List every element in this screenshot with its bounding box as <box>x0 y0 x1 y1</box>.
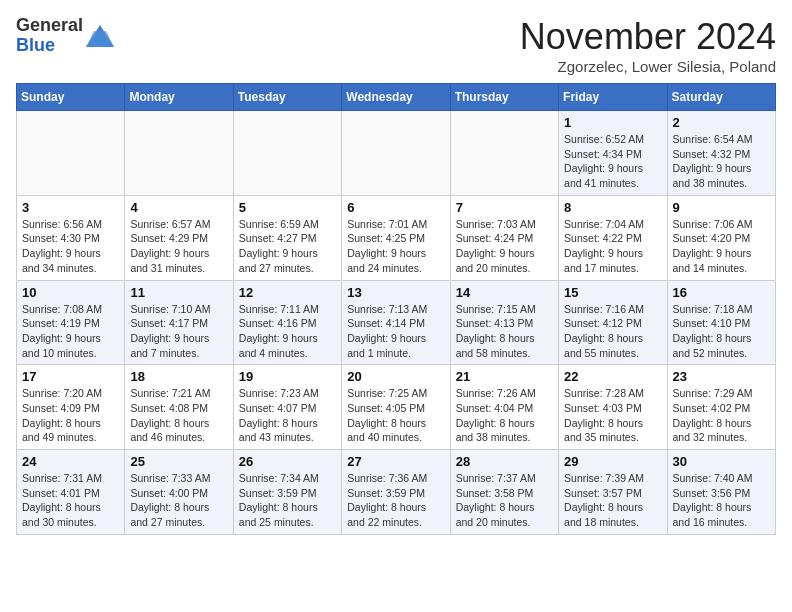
day-number: 15 <box>564 285 661 300</box>
weekday-header: Monday <box>125 84 233 111</box>
calendar-cell: 22Sunrise: 7:28 AM Sunset: 4:03 PM Dayli… <box>559 365 667 450</box>
day-number: 16 <box>673 285 770 300</box>
calendar-cell: 13Sunrise: 7:13 AM Sunset: 4:14 PM Dayli… <box>342 280 450 365</box>
weekday-header-row: SundayMondayTuesdayWednesdayThursdayFrid… <box>17 84 776 111</box>
day-number: 14 <box>456 285 553 300</box>
day-number: 9 <box>673 200 770 215</box>
calendar-table: SundayMondayTuesdayWednesdayThursdayFrid… <box>16 83 776 535</box>
calendar-cell: 15Sunrise: 7:16 AM Sunset: 4:12 PM Dayli… <box>559 280 667 365</box>
location: Zgorzelec, Lower Silesia, Poland <box>520 58 776 75</box>
calendar-cell: 19Sunrise: 7:23 AM Sunset: 4:07 PM Dayli… <box>233 365 341 450</box>
day-info: Sunrise: 7:28 AM Sunset: 4:03 PM Dayligh… <box>564 386 661 445</box>
day-info: Sunrise: 7:25 AM Sunset: 4:05 PM Dayligh… <box>347 386 444 445</box>
calendar-week-row: 24Sunrise: 7:31 AM Sunset: 4:01 PM Dayli… <box>17 450 776 535</box>
day-number: 13 <box>347 285 444 300</box>
svg-marker-1 <box>86 31 114 47</box>
day-number: 8 <box>564 200 661 215</box>
day-info: Sunrise: 7:18 AM Sunset: 4:10 PM Dayligh… <box>673 302 770 361</box>
day-number: 12 <box>239 285 336 300</box>
weekday-header: Sunday <box>17 84 125 111</box>
day-number: 28 <box>456 454 553 469</box>
day-info: Sunrise: 7:04 AM Sunset: 4:22 PM Dayligh… <box>564 217 661 276</box>
calendar-cell: 18Sunrise: 7:21 AM Sunset: 4:08 PM Dayli… <box>125 365 233 450</box>
day-info: Sunrise: 6:52 AM Sunset: 4:34 PM Dayligh… <box>564 132 661 191</box>
day-info: Sunrise: 7:21 AM Sunset: 4:08 PM Dayligh… <box>130 386 227 445</box>
day-info: Sunrise: 7:23 AM Sunset: 4:07 PM Dayligh… <box>239 386 336 445</box>
weekday-header: Saturday <box>667 84 775 111</box>
day-info: Sunrise: 7:39 AM Sunset: 3:57 PM Dayligh… <box>564 471 661 530</box>
calendar-cell <box>125 111 233 196</box>
day-info: Sunrise: 7:16 AM Sunset: 4:12 PM Dayligh… <box>564 302 661 361</box>
calendar-cell: 20Sunrise: 7:25 AM Sunset: 4:05 PM Dayli… <box>342 365 450 450</box>
calendar-cell: 21Sunrise: 7:26 AM Sunset: 4:04 PM Dayli… <box>450 365 558 450</box>
calendar-cell: 8Sunrise: 7:04 AM Sunset: 4:22 PM Daylig… <box>559 195 667 280</box>
calendar-cell: 14Sunrise: 7:15 AM Sunset: 4:13 PM Dayli… <box>450 280 558 365</box>
day-number: 21 <box>456 369 553 384</box>
weekday-header: Wednesday <box>342 84 450 111</box>
calendar-cell <box>450 111 558 196</box>
weekday-header: Friday <box>559 84 667 111</box>
logo-general: General <box>16 15 83 35</box>
calendar-cell: 5Sunrise: 6:59 AM Sunset: 4:27 PM Daylig… <box>233 195 341 280</box>
day-info: Sunrise: 7:37 AM Sunset: 3:58 PM Dayligh… <box>456 471 553 530</box>
calendar-cell: 16Sunrise: 7:18 AM Sunset: 4:10 PM Dayli… <box>667 280 775 365</box>
calendar-cell: 24Sunrise: 7:31 AM Sunset: 4:01 PM Dayli… <box>17 450 125 535</box>
calendar-cell: 7Sunrise: 7:03 AM Sunset: 4:24 PM Daylig… <box>450 195 558 280</box>
calendar-cell: 6Sunrise: 7:01 AM Sunset: 4:25 PM Daylig… <box>342 195 450 280</box>
calendar-cell <box>342 111 450 196</box>
day-info: Sunrise: 7:36 AM Sunset: 3:59 PM Dayligh… <box>347 471 444 530</box>
day-info: Sunrise: 7:34 AM Sunset: 3:59 PM Dayligh… <box>239 471 336 530</box>
day-number: 27 <box>347 454 444 469</box>
calendar-week-row: 1Sunrise: 6:52 AM Sunset: 4:34 PM Daylig… <box>17 111 776 196</box>
calendar-cell <box>17 111 125 196</box>
calendar-cell: 17Sunrise: 7:20 AM Sunset: 4:09 PM Dayli… <box>17 365 125 450</box>
calendar-cell: 11Sunrise: 7:10 AM Sunset: 4:17 PM Dayli… <box>125 280 233 365</box>
weekday-header: Thursday <box>450 84 558 111</box>
header: General Blue November 2024 Zgorzelec, Lo… <box>16 16 776 75</box>
calendar-cell: 28Sunrise: 7:37 AM Sunset: 3:58 PM Dayli… <box>450 450 558 535</box>
day-info: Sunrise: 6:57 AM Sunset: 4:29 PM Dayligh… <box>130 217 227 276</box>
day-number: 25 <box>130 454 227 469</box>
logo-icon <box>86 25 114 47</box>
day-number: 5 <box>239 200 336 215</box>
calendar-cell: 30Sunrise: 7:40 AM Sunset: 3:56 PM Dayli… <box>667 450 775 535</box>
title-area: November 2024 Zgorzelec, Lower Silesia, … <box>520 16 776 75</box>
day-number: 30 <box>673 454 770 469</box>
day-number: 22 <box>564 369 661 384</box>
day-number: 18 <box>130 369 227 384</box>
day-number: 7 <box>456 200 553 215</box>
calendar-cell: 3Sunrise: 6:56 AM Sunset: 4:30 PM Daylig… <box>17 195 125 280</box>
day-number: 2 <box>673 115 770 130</box>
day-number: 3 <box>22 200 119 215</box>
day-info: Sunrise: 7:10 AM Sunset: 4:17 PM Dayligh… <box>130 302 227 361</box>
calendar-cell: 1Sunrise: 6:52 AM Sunset: 4:34 PM Daylig… <box>559 111 667 196</box>
day-info: Sunrise: 7:13 AM Sunset: 4:14 PM Dayligh… <box>347 302 444 361</box>
day-info: Sunrise: 7:06 AM Sunset: 4:20 PM Dayligh… <box>673 217 770 276</box>
day-number: 1 <box>564 115 661 130</box>
day-number: 29 <box>564 454 661 469</box>
day-info: Sunrise: 7:11 AM Sunset: 4:16 PM Dayligh… <box>239 302 336 361</box>
day-number: 10 <box>22 285 119 300</box>
month-title: November 2024 <box>520 16 776 58</box>
day-info: Sunrise: 7:15 AM Sunset: 4:13 PM Dayligh… <box>456 302 553 361</box>
calendar-cell: 26Sunrise: 7:34 AM Sunset: 3:59 PM Dayli… <box>233 450 341 535</box>
day-number: 23 <box>673 369 770 384</box>
day-info: Sunrise: 7:08 AM Sunset: 4:19 PM Dayligh… <box>22 302 119 361</box>
calendar-week-row: 10Sunrise: 7:08 AM Sunset: 4:19 PM Dayli… <box>17 280 776 365</box>
logo: General Blue <box>16 16 114 56</box>
day-info: Sunrise: 7:26 AM Sunset: 4:04 PM Dayligh… <box>456 386 553 445</box>
logo-blue: Blue <box>16 35 55 55</box>
day-number: 19 <box>239 369 336 384</box>
day-number: 26 <box>239 454 336 469</box>
day-info: Sunrise: 7:33 AM Sunset: 4:00 PM Dayligh… <box>130 471 227 530</box>
calendar-cell: 9Sunrise: 7:06 AM Sunset: 4:20 PM Daylig… <box>667 195 775 280</box>
day-info: Sunrise: 7:31 AM Sunset: 4:01 PM Dayligh… <box>22 471 119 530</box>
weekday-header: Tuesday <box>233 84 341 111</box>
calendar-week-row: 3Sunrise: 6:56 AM Sunset: 4:30 PM Daylig… <box>17 195 776 280</box>
calendar-cell: 23Sunrise: 7:29 AM Sunset: 4:02 PM Dayli… <box>667 365 775 450</box>
day-number: 11 <box>130 285 227 300</box>
day-info: Sunrise: 6:59 AM Sunset: 4:27 PM Dayligh… <box>239 217 336 276</box>
day-info: Sunrise: 7:01 AM Sunset: 4:25 PM Dayligh… <box>347 217 444 276</box>
day-number: 20 <box>347 369 444 384</box>
day-number: 4 <box>130 200 227 215</box>
